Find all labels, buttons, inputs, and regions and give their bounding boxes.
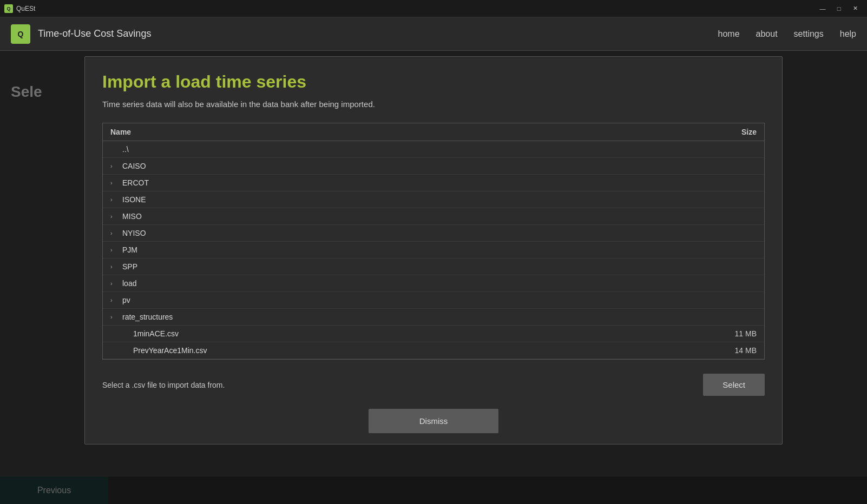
- maximize-button[interactable]: □: [831, 3, 846, 14]
- file-name-label: pv: [122, 296, 130, 304]
- file-browser[interactable]: Name Size ..\›CAISO›ERCOT›ISONE›MISO›NYI…: [102, 123, 765, 360]
- file-row-left: ›pv: [110, 296, 130, 304]
- modal-dismiss-row: Dismiss: [85, 407, 782, 444]
- modal-overlay: Import a load time series Time series da…: [0, 51, 867, 504]
- folder-chevron-icon: ›: [110, 230, 118, 236]
- file-row[interactable]: ›load: [103, 275, 764, 292]
- file-size-label: 14 MB: [735, 346, 757, 355]
- file-row-left: ›ISONE: [110, 195, 146, 204]
- nav-help[interactable]: help: [840, 29, 856, 39]
- file-row[interactable]: ›pv: [103, 292, 764, 309]
- file-row[interactable]: ›rate_structures: [103, 309, 764, 326]
- import-modal: Import a load time series Time series da…: [84, 56, 783, 445]
- select-button[interactable]: Select: [703, 374, 765, 396]
- folder-chevron-icon: ›: [110, 196, 118, 203]
- file-row-left: ›ERCOT: [110, 178, 149, 187]
- file-row-left: 1minACE.csv: [110, 329, 179, 338]
- title-bar-left: Q QuESt: [4, 4, 35, 13]
- file-name-label: MISO: [122, 212, 142, 221]
- file-list: ..\›CAISO›ERCOT›ISONE›MISO›NYISO›PJM›SPP…: [103, 141, 764, 359]
- file-row-left: ›MISO: [110, 212, 142, 221]
- file-row-left: PrevYearAce1Min.csv: [110, 346, 207, 355]
- file-row-left: ›NYISO: [110, 229, 146, 237]
- file-name-label: ERCOT: [122, 178, 149, 187]
- file-name-label: PJM: [122, 246, 137, 254]
- modal-title: Import a load time series: [102, 72, 765, 92]
- app-nav: home about settings help: [718, 29, 856, 39]
- folder-chevron-icon: ›: [110, 247, 118, 253]
- main-area: Sele Import a load time series Time seri…: [0, 51, 867, 504]
- folder-chevron-icon: ›: [110, 180, 118, 186]
- file-name-label: load: [122, 279, 136, 288]
- nav-about[interactable]: about: [756, 29, 778, 39]
- minimize-button[interactable]: —: [815, 3, 830, 14]
- file-name-label: rate_structures: [122, 313, 173, 321]
- file-row[interactable]: ›PJM: [103, 242, 764, 258]
- app-header: Q Time-of-Use Cost Savings home about se…: [0, 17, 867, 51]
- file-browser-header: Name Size: [103, 123, 764, 141]
- file-row-left: ›rate_structures: [110, 313, 173, 321]
- app-logo: Q: [11, 24, 30, 44]
- folder-chevron-icon: ›: [110, 314, 118, 320]
- file-row-left: ›load: [110, 279, 136, 288]
- footer-instruction: Select a .csv file to import data from.: [102, 381, 225, 389]
- file-row-left: ›SPP: [110, 262, 137, 271]
- file-row[interactable]: PrevYearAce1Min.csv14 MB: [103, 342, 764, 359]
- file-row[interactable]: ›NYISO: [103, 225, 764, 242]
- file-row-left: ..\: [110, 145, 129, 154]
- file-row-left: ›PJM: [110, 246, 137, 254]
- logo-text: Q: [18, 30, 24, 38]
- file-name-label: PrevYearAce1Min.csv: [133, 346, 207, 355]
- file-name-label: SPP: [122, 262, 137, 271]
- folder-chevron-icon: ›: [110, 163, 118, 169]
- folder-chevron-icon: ›: [110, 263, 118, 270]
- file-row[interactable]: ›MISO: [103, 208, 764, 225]
- column-size-header: Size: [741, 128, 757, 136]
- modal-header: Import a load time series Time series da…: [85, 57, 782, 117]
- modal-footer: Select a .csv file to import data from. …: [85, 365, 782, 407]
- file-row[interactable]: ..\: [103, 141, 764, 158]
- file-name-label: ..\: [122, 145, 129, 154]
- file-row-left: ›CAISO: [110, 162, 146, 170]
- column-name-header: Name: [110, 128, 131, 136]
- folder-chevron-icon: ›: [110, 213, 118, 220]
- title-bar-controls: — □ ✕: [815, 3, 863, 14]
- nav-home[interactable]: home: [718, 29, 740, 39]
- file-row[interactable]: ›CAISO: [103, 158, 764, 175]
- folder-chevron-icon: ›: [110, 297, 118, 303]
- file-size-label: 11 MB: [735, 329, 757, 338]
- title-bar: Q QuESt — □ ✕: [0, 0, 867, 17]
- modal-subtitle: Time series data will also be available …: [102, 100, 765, 109]
- file-name-label: CAISO: [122, 162, 146, 170]
- app-header-left: Q Time-of-Use Cost Savings: [11, 24, 151, 44]
- nav-settings[interactable]: settings: [794, 29, 824, 39]
- window-title: QuESt: [16, 5, 35, 12]
- close-button[interactable]: ✕: [848, 3, 863, 14]
- file-name-label: NYISO: [122, 229, 146, 237]
- file-name-label: ISONE: [122, 195, 146, 204]
- app-icon: Q: [4, 4, 13, 13]
- file-row[interactable]: ›ISONE: [103, 191, 764, 208]
- dismiss-button[interactable]: Dismiss: [369, 409, 498, 433]
- app-title: Time-of-Use Cost Savings: [38, 28, 151, 39]
- file-row[interactable]: ›ERCOT: [103, 175, 764, 191]
- file-row[interactable]: ›SPP: [103, 258, 764, 275]
- folder-chevron-icon: ›: [110, 280, 118, 287]
- file-name-label: 1minACE.csv: [133, 329, 179, 338]
- file-row[interactable]: 1minACE.csv11 MB: [103, 326, 764, 342]
